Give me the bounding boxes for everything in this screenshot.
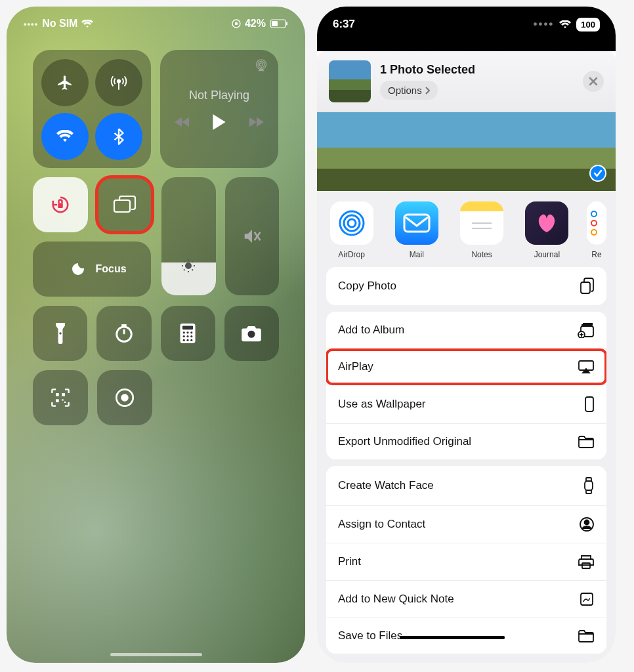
folder-icon bbox=[578, 434, 595, 449]
svg-rect-63 bbox=[585, 397, 593, 411]
play-icon[interactable] bbox=[213, 114, 226, 130]
camera-icon bbox=[241, 325, 262, 342]
screen-mirror-icon bbox=[113, 195, 137, 215]
svg-point-8 bbox=[258, 61, 264, 68]
svg-point-33 bbox=[187, 335, 189, 337]
rewind-icon[interactable] bbox=[175, 117, 189, 127]
svg-line-20 bbox=[192, 261, 194, 262]
notes-app[interactable]: Notes bbox=[457, 201, 507, 259]
airplay-icon bbox=[578, 360, 595, 374]
mute-icon bbox=[242, 226, 262, 246]
media-panel[interactable]: Not Playing bbox=[160, 50, 278, 168]
svg-point-49 bbox=[344, 215, 360, 231]
wifi-icon bbox=[559, 20, 571, 29]
chevron-right-icon bbox=[425, 87, 430, 94]
svg-rect-3 bbox=[272, 21, 278, 26]
svg-rect-40 bbox=[62, 393, 65, 396]
battery-percent: 42% bbox=[245, 18, 266, 30]
rotation-lock-toggle[interactable] bbox=[33, 177, 88, 232]
svg-point-32 bbox=[183, 335, 185, 337]
flashlight-button[interactable] bbox=[33, 306, 87, 361]
svg-point-45 bbox=[121, 394, 129, 402]
timer-button[interactable] bbox=[96, 306, 151, 361]
qr-icon bbox=[51, 388, 70, 408]
options-button[interactable]: Options bbox=[380, 81, 438, 100]
screen-record-button[interactable] bbox=[97, 370, 152, 425]
signal-dots-icon: •••• bbox=[24, 19, 38, 29]
svg-rect-41 bbox=[56, 399, 59, 402]
svg-rect-39 bbox=[56, 393, 59, 396]
sun-icon bbox=[180, 258, 196, 274]
close-button[interactable] bbox=[583, 71, 604, 92]
add-to-album-action[interactable]: Add to Album bbox=[326, 312, 606, 349]
svg-point-55 bbox=[591, 220, 597, 226]
airdrop-app[interactable]: AirDrop bbox=[326, 201, 377, 259]
photo-thumbnail[interactable] bbox=[329, 60, 371, 102]
save-to-files-action[interactable]: Save to Files bbox=[326, 618, 606, 654]
export-original-action[interactable]: Export Unmodified Original bbox=[326, 424, 606, 459]
airplay-action[interactable]: AirPlay bbox=[326, 349, 606, 385]
reminders-app[interactable]: Re bbox=[587, 201, 606, 259]
svg-rect-11 bbox=[114, 200, 130, 212]
connectivity-panel[interactable] bbox=[33, 50, 151, 168]
carrier-label: No SIM bbox=[42, 18, 77, 30]
svg-rect-57 bbox=[581, 282, 590, 293]
airplane-toggle[interactable] bbox=[41, 59, 89, 106]
create-watch-face-action[interactable]: Create Watch Face bbox=[326, 466, 606, 506]
home-indicator[interactable] bbox=[110, 653, 202, 656]
wifi-icon bbox=[81, 20, 93, 28]
svg-rect-4 bbox=[286, 22, 287, 26]
copy-photo-action[interactable]: Copy Photo bbox=[326, 267, 606, 305]
airplay-audio-icon[interactable] bbox=[255, 59, 268, 72]
timer-icon bbox=[114, 324, 134, 343]
antenna-icon bbox=[110, 74, 127, 91]
calculator-icon bbox=[180, 324, 196, 343]
share-sheet: 1 Photo Selected Options AirDrop bbox=[317, 51, 616, 663]
status-bar: 6:37 •••• 100 bbox=[317, 7, 616, 42]
brightness-slider[interactable] bbox=[161, 177, 216, 295]
svg-rect-51 bbox=[404, 215, 429, 232]
quick-note-icon bbox=[579, 591, 595, 607]
airplane-icon bbox=[56, 74, 74, 91]
airdrop-icon bbox=[335, 207, 368, 240]
svg-point-29 bbox=[183, 331, 185, 333]
copy-icon bbox=[579, 278, 595, 295]
forward-icon[interactable] bbox=[249, 117, 264, 127]
svg-line-19 bbox=[184, 270, 185, 271]
time-label: 6:37 bbox=[333, 18, 355, 31]
journal-icon bbox=[532, 210, 561, 236]
add-quick-note-action[interactable]: Add to New Quick Note bbox=[326, 581, 606, 618]
svg-point-34 bbox=[190, 335, 192, 337]
journal-app[interactable]: Journal bbox=[522, 201, 572, 259]
assign-to-contact-action[interactable]: Assign to Contact bbox=[326, 506, 606, 543]
use-as-wallpaper-action[interactable]: Use as Wallpaper bbox=[326, 385, 606, 424]
svg-point-7 bbox=[260, 63, 263, 66]
svg-point-23 bbox=[59, 332, 61, 334]
svg-point-37 bbox=[190, 339, 192, 341]
mail-app[interactable]: Mail bbox=[391, 201, 442, 259]
bluetooth-toggle[interactable] bbox=[95, 113, 142, 160]
calculator-button[interactable] bbox=[161, 306, 215, 361]
wifi-toggle[interactable] bbox=[41, 113, 89, 160]
status-bar: •••• No SIM 42% bbox=[7, 7, 305, 41]
focus-label: Focus bbox=[95, 263, 126, 275]
print-action[interactable]: Print bbox=[326, 543, 606, 581]
moon-icon bbox=[70, 261, 86, 277]
qr-scanner-button[interactable] bbox=[33, 370, 88, 425]
focus-button[interactable]: Focus bbox=[33, 242, 151, 297]
selected-check-icon[interactable] bbox=[589, 165, 606, 182]
svg-point-31 bbox=[190, 331, 192, 333]
camera-button[interactable] bbox=[224, 306, 279, 361]
printer-icon bbox=[578, 554, 595, 570]
sheet-header: 1 Photo Selected Options bbox=[317, 51, 616, 112]
album-add-icon bbox=[578, 322, 595, 338]
photo-preview[interactable] bbox=[317, 112, 616, 191]
svg-rect-65 bbox=[585, 481, 593, 490]
cellular-toggle[interactable] bbox=[95, 59, 142, 106]
svg-point-5 bbox=[117, 80, 120, 83]
screen-mirroring-button[interactable] bbox=[97, 177, 152, 232]
redaction-bar bbox=[400, 636, 505, 639]
svg-point-67 bbox=[585, 520, 589, 525]
volume-slider[interactable] bbox=[225, 177, 280, 295]
reminders-icon bbox=[590, 209, 603, 238]
